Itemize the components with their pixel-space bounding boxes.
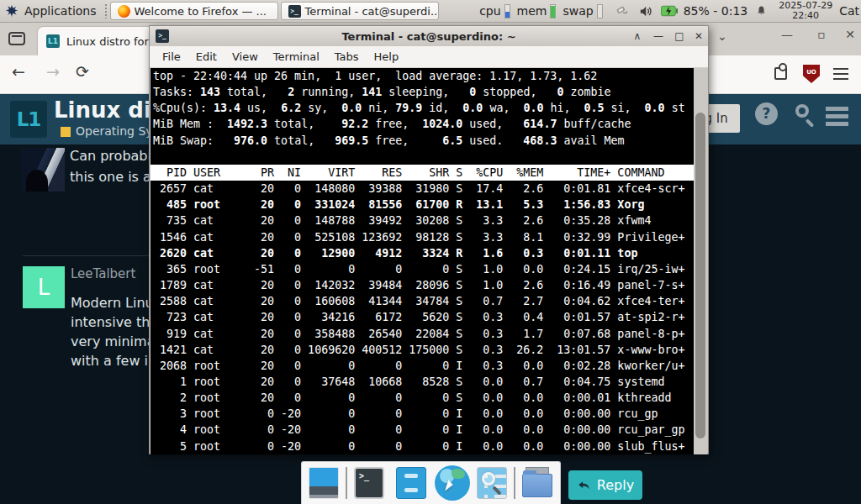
reply-arrow-icon [577,478,591,492]
notification-bell-icon[interactable] [755,4,768,18]
terminal-close-button[interactable]: ✕ [690,29,707,43]
monitor-swap[interactable]: swap [563,4,602,18]
terminal-menu-file[interactable]: File [155,48,188,66]
terminal-menu-terminal[interactable]: Terminal [266,48,327,66]
monitor-label: swap [563,4,593,18]
terminal-maximize-button[interactable]: □ [671,29,688,43]
terminal-scrollbar[interactable] [694,68,707,454]
refresh-icon[interactable]: ⟳ [76,62,89,81]
post-body: Can probablythis one is an [70,145,160,187]
terminal-line: 2620 cat 20 0 12900 4912 3324 R 1.6 0.3 … [151,245,695,261]
top-panel: Applications Welcome to Firefox — ... >_… [0,0,861,23]
tab-list-chevron-icon[interactable]: ⌄ [717,29,727,43]
terminal-line: 919 cat 20 0 358488 26540 22084 S 0.3 1.… [151,326,695,342]
terminal-line: MiB Swap: 976.0 total, 969.5 free, 6.5 u… [151,133,695,149]
dock-separator [346,467,347,499]
firefox-menu-icon[interactable] [833,68,848,83]
applications-menu[interactable]: Applications [24,4,97,18]
terminal-line: 365 root -51 0 0 0 0 S 1.0 0.0 0:24.15 i… [151,261,695,277]
monitor-bar [597,4,603,18]
firefox-minimize-button[interactable]: — [778,28,796,41]
category-color-badge [61,127,71,137]
reply-button[interactable]: Reply [568,470,642,500]
terminal-menu-help[interactable]: Help [367,48,407,66]
help-icon[interactable]: ? [755,102,778,125]
terminal-line: 723 cat 20 0 34216 6172 5620 S 0.3 0.4 0… [151,309,695,325]
site-logo[interactable]: L1 [10,101,47,138]
monitor-bar [550,4,556,18]
terminal-menubar: FileEditViewTerminalTabsHelp [150,46,708,68]
forward-icon[interactable]: → [46,62,60,81]
terminal-line: %Cpu(s): 13.4 us, 6.2 sy, 0.0 ni, 79.9 i… [151,100,695,116]
firefox-maximize-button[interactable]: ▫ [812,28,831,41]
screenshot-tool-icon[interactable] [477,467,507,499]
terminal-line: Tasks: 143 total, 2 running, 141 sleepin… [151,84,695,100]
terminal-line: 3 root 0 -20 0 0 0 I 0.0 0.0 0:00.00 rcu… [151,406,695,422]
site-favicon: L1 [46,34,60,48]
panel-handle [104,3,108,18]
monitor-mem[interactable]: mem [517,4,557,18]
battery-icon[interactable] [661,5,678,17]
terminal-scrollbar-thumb[interactable] [695,113,705,438]
search-icon[interactable] [795,104,809,118]
terminal-line: 485 root 20 0 331024 81556 61700 R 13.1 … [151,197,695,213]
site-menu-icon[interactable] [826,107,848,129]
terminal-launcher-icon[interactable]: >_ [354,467,384,499]
terminal-line: 2068 root 20 0 0 0 0 I 0.3 0.0 0:02.28 k… [151,358,695,374]
desktop: L1 Linux distro for ⌄ — ▫ ✕ ← → ⟳ UO L1 … [0,0,861,504]
terminal-shade-button[interactable]: ∧ [629,29,646,43]
clock-time: 22:40 [792,10,819,21]
web-browser-globe-icon[interactable] [435,465,470,501]
terminal-line: 4 root 0 -20 0 0 0 I 0.0 0.0 0:00.00 rcu… [151,422,695,438]
terminal-title: Terminal - cat@superdino: ~ [150,30,708,43]
firefox-view-icon[interactable] [8,32,25,45]
post-avatar-image[interactable] [21,148,65,192]
removable-media-icon[interactable] [614,4,630,18]
reply-label: Reply [597,477,634,493]
avatar[interactable]: L [23,266,65,308]
terminal-icon: >_ [288,5,301,18]
monitor-label: mem [517,4,547,18]
dock: >_ [301,461,561,504]
terminal-menu-edit[interactable]: Edit [188,48,224,66]
monitor-label: cpu [479,4,500,18]
monitor-cpu[interactable]: cpu [479,4,510,18]
terminal-line: 1789 cat 20 0 142032 39484 28096 S 1.0 2… [151,277,695,293]
whisker-menu-icon[interactable] [4,3,19,18]
post-author[interactable]: LeeTalbert [71,266,135,281]
extensions-puzzle-icon[interactable] [774,67,787,80]
dock-separator [514,467,515,499]
terminal-menu-tabs[interactable]: Tabs [327,48,367,66]
panel-user-label: Cat [839,4,859,18]
terminal-line: 1546 cat 20 0 525108 123692 98128 S 3.3 … [151,229,695,245]
volume-icon[interactable] [638,4,652,18]
terminal-line: 1421 cat 20 0 1069620 400512 175000 S 0.… [151,342,695,358]
battery-status: 85% - 0:13 [684,4,748,18]
terminal-line: MiB Mem : 1492.3 total, 92.2 free, 1024.… [151,116,695,132]
terminal-line: 5 root 0 -20 0 0 0 I 0.0 0.0 0:00.00 slu… [151,438,695,454]
system-tray: cpumemswap 85% - 0:13 2025-07-29 [479,0,861,23]
taskbar-label: Welcome to Firefox — ... [135,5,267,18]
firefox-close-button[interactable]: ✕ [841,28,859,41]
terminal-window: >_ Terminal - cat@superdino: ~ ∧ — □ ✕ F… [149,25,709,454]
firefox-icon [118,5,130,18]
terminal-line: 2 root 20 0 0 0 0 S 0.0 0.0 0:00.01 kthr… [151,390,695,406]
taskbar-label: Terminal - cat@superdi... [305,5,439,18]
file-cabinet-icon[interactable] [396,467,426,499]
terminal-line: 1 root 20 0 37648 10668 8528 S 0.0 0.7 0… [151,374,695,390]
file-manager-icon[interactable] [522,467,552,499]
terminal-output[interactable]: top - 22:40:44 up 26 min, 1 user, load a… [151,68,695,454]
taskbar-button-firefox[interactable]: Welcome to Firefox — ... [110,2,278,20]
terminal-titlebar[interactable]: >_ Terminal - cat@superdino: ~ ∧ — □ ✕ [150,26,708,46]
taskbar-button-terminal[interactable]: >_ Terminal - cat@superdi... [281,2,439,20]
back-icon[interactable]: ← [12,62,25,81]
terminal-line: 2588 cat 20 0 160608 41344 34784 S 0.7 2… [151,293,695,309]
ublock-shield-icon[interactable]: UO [803,65,820,83]
terminal-line: top - 22:40:44 up 26 min, 1 user, load a… [151,68,695,84]
show-desktop-icon[interactable] [309,467,339,499]
tab-title: Linux distro for [66,35,149,48]
clock[interactable]: 2025-07-29 22:40 [779,1,832,21]
terminal-line: 735 cat 20 0 148788 39492 30208 S 3.3 2.… [151,213,695,228]
terminal-minimize-button[interactable]: — [650,29,667,43]
terminal-menu-view[interactable]: View [224,48,266,66]
